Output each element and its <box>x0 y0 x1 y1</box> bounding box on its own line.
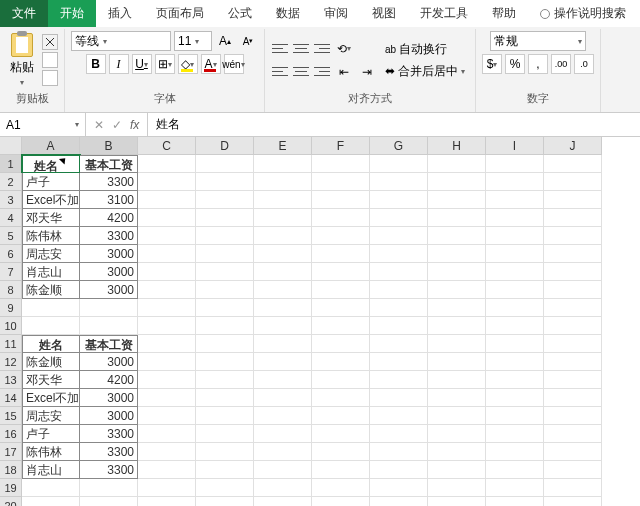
cell[interactable] <box>312 479 370 497</box>
cell[interactable]: 姓名 <box>22 155 80 173</box>
tell-me[interactable]: 操作说明搜索 <box>528 0 638 27</box>
cell[interactable] <box>370 497 428 506</box>
orientation-button[interactable]: ⟲▾ <box>334 39 354 59</box>
col-header[interactable]: H <box>428 137 486 155</box>
cell[interactable] <box>312 263 370 281</box>
align-center-button[interactable] <box>292 65 310 79</box>
cell[interactable]: 陈金顺 <box>22 281 80 299</box>
tab-dev[interactable]: 开发工具 <box>408 0 480 27</box>
cell[interactable] <box>428 371 486 389</box>
row-header[interactable]: 14 <box>0 389 22 407</box>
cell[interactable] <box>486 299 544 317</box>
cell[interactable] <box>428 497 486 506</box>
cell[interactable] <box>544 227 602 245</box>
cell[interactable] <box>138 407 196 425</box>
cell[interactable]: 3000 <box>80 407 138 425</box>
cell[interactable]: 3000 <box>80 389 138 407</box>
decrease-indent-button[interactable]: ⇤ <box>334 62 354 82</box>
row-header[interactable]: 12 <box>0 353 22 371</box>
merge-center-button[interactable]: ⬌合并后居中▾ <box>381 62 469 81</box>
cell[interactable] <box>428 443 486 461</box>
cell[interactable]: 肖志山 <box>22 461 80 479</box>
row-header[interactable]: 4 <box>0 209 22 227</box>
cell[interactable] <box>254 209 312 227</box>
cell[interactable]: 周志安 <box>22 245 80 263</box>
cell[interactable] <box>370 173 428 191</box>
cell[interactable] <box>254 497 312 506</box>
tab-review[interactable]: 审阅 <box>312 0 360 27</box>
font-name-select[interactable]: 等线▾ <box>71 31 171 51</box>
cell[interactable] <box>138 155 196 173</box>
cell[interactable] <box>254 281 312 299</box>
cell[interactable] <box>544 245 602 263</box>
cell[interactable] <box>486 317 544 335</box>
cell[interactable] <box>80 497 138 506</box>
cell[interactable] <box>486 245 544 263</box>
cell[interactable] <box>486 425 544 443</box>
cell[interactable] <box>312 227 370 245</box>
cell[interactable] <box>312 497 370 506</box>
cell[interactable] <box>196 461 254 479</box>
cell[interactable] <box>254 173 312 191</box>
cell[interactable]: 4200 <box>80 209 138 227</box>
cell[interactable] <box>428 335 486 353</box>
cell[interactable] <box>312 191 370 209</box>
cell[interactable] <box>544 425 602 443</box>
decrease-font-button[interactable]: A▾ <box>238 31 258 51</box>
cell[interactable] <box>370 191 428 209</box>
cell[interactable] <box>428 155 486 173</box>
cell[interactable] <box>196 227 254 245</box>
cell[interactable]: 3300 <box>80 227 138 245</box>
cell[interactable] <box>196 245 254 263</box>
cell[interactable] <box>138 425 196 443</box>
cell[interactable] <box>486 173 544 191</box>
format-painter-button[interactable] <box>42 70 58 86</box>
row-header[interactable]: 15 <box>0 407 22 425</box>
align-left-button[interactable] <box>271 65 289 79</box>
cell[interactable] <box>544 497 602 506</box>
cell[interactable] <box>370 263 428 281</box>
cell[interactable] <box>196 299 254 317</box>
wrap-text-button[interactable]: ab自动换行 <box>381 40 469 59</box>
cell[interactable] <box>254 479 312 497</box>
cell[interactable] <box>370 227 428 245</box>
cell[interactable]: 3000 <box>80 281 138 299</box>
number-format-select[interactable]: 常规▾ <box>490 31 586 51</box>
cell[interactable] <box>370 353 428 371</box>
cell[interactable] <box>196 155 254 173</box>
cell[interactable] <box>312 173 370 191</box>
cell[interactable]: 3300 <box>80 425 138 443</box>
cell[interactable] <box>370 407 428 425</box>
row-header[interactable]: 16 <box>0 425 22 443</box>
cell[interactable] <box>370 371 428 389</box>
cell[interactable] <box>138 317 196 335</box>
cell[interactable] <box>486 335 544 353</box>
align-right-button[interactable] <box>313 65 331 79</box>
cell[interactable] <box>544 353 602 371</box>
name-box[interactable]: A1▾ <box>0 113 86 136</box>
cell[interactable] <box>486 353 544 371</box>
cell[interactable]: 姓名 <box>22 335 80 353</box>
comma-button[interactable]: , <box>528 54 548 74</box>
cell[interactable] <box>370 299 428 317</box>
cell[interactable] <box>138 263 196 281</box>
cell[interactable]: Excel不加班 <box>22 389 80 407</box>
row-header[interactable]: 5 <box>0 227 22 245</box>
cell[interactable] <box>80 479 138 497</box>
tab-help[interactable]: 帮助 <box>480 0 528 27</box>
cell[interactable] <box>196 209 254 227</box>
cell[interactable]: 4200 <box>80 371 138 389</box>
cell[interactable] <box>138 443 196 461</box>
cell[interactable] <box>486 209 544 227</box>
cell[interactable] <box>370 317 428 335</box>
cell[interactable] <box>196 317 254 335</box>
cell[interactable] <box>544 173 602 191</box>
cell[interactable] <box>428 353 486 371</box>
fx-button[interactable]: fx <box>130 118 139 132</box>
cell[interactable] <box>138 371 196 389</box>
cut-button[interactable] <box>42 34 58 50</box>
cell[interactable]: 基本工资 <box>80 155 138 173</box>
row-header[interactable]: 2 <box>0 173 22 191</box>
cell[interactable] <box>370 389 428 407</box>
cell[interactable] <box>428 209 486 227</box>
